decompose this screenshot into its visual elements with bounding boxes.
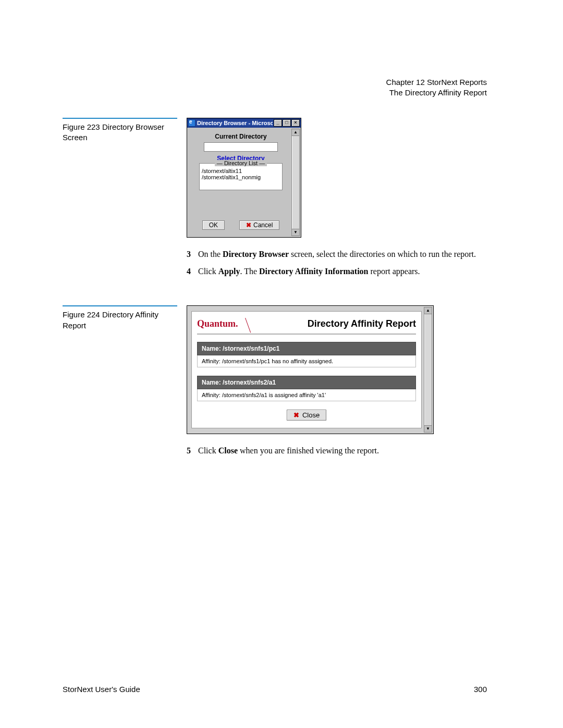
scroll-up-icon[interactable]: ▲: [292, 129, 299, 136]
window-titlebar: Directory Browser - Microsoft Int... _ □…: [187, 118, 301, 128]
scrollbar[interactable]: ▲ ▼: [424, 307, 432, 433]
maximize-button[interactable]: □: [283, 119, 291, 127]
window-title: Directory Browser - Microsoft Int...: [197, 120, 273, 126]
step-text: On the Directory Browser screen, select …: [198, 248, 476, 260]
step-text: Click Apply. The Directory Affinity Info…: [198, 265, 420, 277]
brand-slash-icon: [246, 318, 261, 329]
scroll-down-icon[interactable]: ▼: [424, 425, 432, 432]
ok-button[interactable]: OK: [202, 220, 225, 230]
section-line: The Directory Affinity Report: [386, 88, 487, 98]
directory-browser-window: Directory Browser - Microsoft Int... _ □…: [187, 118, 301, 238]
current-directory-input[interactable]: [204, 142, 278, 152]
current-directory-label: Current Directory: [191, 133, 290, 140]
list-item[interactable]: /stornext/altix1_nonmig: [202, 174, 280, 180]
step-list-1: 3 On the Directory Browser screen, selec…: [187, 248, 500, 277]
scrollbar[interactable]: ▲ ▼: [291, 129, 300, 236]
chapter-line: Chapter 12 StorNext Reports: [386, 77, 487, 88]
close-button[interactable]: ✖ Close: [287, 410, 326, 421]
cancel-button[interactable]: ✖Cancel: [239, 220, 279, 230]
figure-rule: [63, 305, 177, 306]
chapter-header: Chapter 12 StorNext Reports The Director…: [386, 77, 487, 98]
scroll-down-icon[interactable]: ▼: [292, 229, 299, 236]
figure1-caption: Figure 223 Directory Browser Screen: [63, 122, 177, 143]
step-number: 5: [187, 445, 198, 456]
page-number: 300: [474, 685, 487, 694]
entry-name-bar: Name: /stornext/snfs1/pc1: [197, 342, 416, 355]
x-icon: ✖: [246, 221, 251, 229]
directory-list-box: — Directory List — /stornext/altix11 /st…: [199, 163, 283, 190]
scroll-up-icon[interactable]: ▲: [424, 307, 432, 314]
step-text: Click Close when you are finished viewin…: [198, 445, 379, 456]
step-list-2: 5 Click Close when you are finished view…: [187, 445, 500, 456]
brand-logo: Quantum.: [197, 318, 238, 329]
entry-name-bar: Name: /stornext/snfs2/a1: [197, 376, 416, 389]
report-title: Directory Affinity Report: [308, 318, 416, 329]
figure-rule: [63, 118, 177, 119]
footer-guide: StorNext User's Guide: [63, 685, 140, 694]
step-number: 4: [187, 265, 198, 277]
entry-detail: Affinity: /stornext/snfs1/pc1 has no aff…: [197, 355, 416, 367]
x-icon: ✖: [293, 411, 299, 419]
step-number: 3: [187, 248, 198, 260]
ie-icon: [188, 119, 195, 127]
minimize-button[interactable]: _: [274, 119, 282, 127]
report-window: ▲ ▼ Quantum. Directory Affinity Report N…: [187, 305, 434, 434]
list-item[interactable]: /stornext/altix11: [202, 168, 280, 174]
figure2-caption: Figure 224 Directory Affinity Report: [63, 310, 177, 331]
report-header: Quantum. Directory Affinity Report: [197, 316, 416, 335]
directory-list-legend: — Directory List —: [215, 160, 267, 166]
close-window-button[interactable]: ×: [291, 119, 300, 127]
entry-detail: Affinity: /stornext/snfs2/a1 is assigned…: [197, 389, 416, 401]
